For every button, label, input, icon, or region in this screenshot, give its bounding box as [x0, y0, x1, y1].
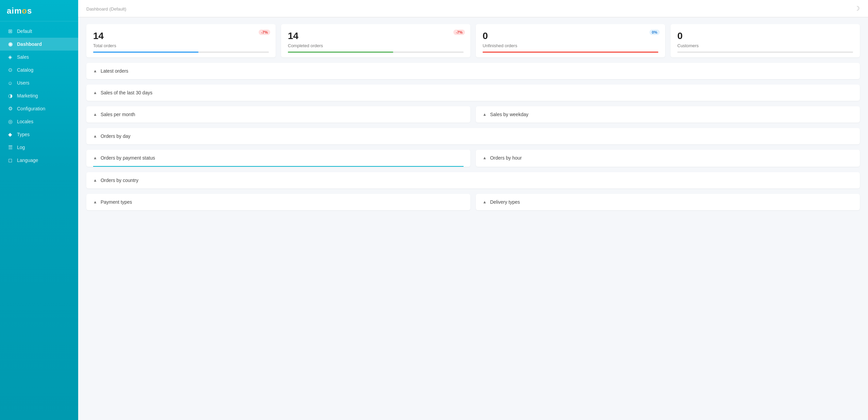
sidebar-item-label: Default: [17, 29, 32, 34]
section-orders-by-country: ▲ Orders by country: [86, 172, 860, 188]
section-sales-30-days: ▲ Sales of the last 30 days: [86, 85, 860, 101]
dashboard-content: -7% 14 Total orders -7% 14 Completed ord…: [78, 17, 868, 420]
stat-badge: -7%: [259, 30, 270, 35]
section-delivery-types: ▲ Delivery types: [476, 194, 860, 210]
section-title: Orders by country: [101, 178, 138, 183]
sidebar-item-label: Configuration: [17, 106, 45, 111]
sidebar-nav: ⊞ Default ◉ Dashboard ◈ Sales ⊙ Catalog …: [0, 21, 78, 168]
language-icon: ◻: [7, 157, 14, 164]
stat-bar: [483, 52, 658, 53]
section-sales-per-month: ▲ Sales per month: [86, 106, 470, 123]
sidebar-item-types[interactable]: ◆ Types: [0, 128, 78, 141]
section-header-orders-by-hour[interactable]: ▲ Orders by hour: [476, 150, 860, 166]
section-payment-types: ▲ Payment types: [86, 194, 470, 210]
chevron-up-icon: ▲: [93, 90, 97, 95]
section-row-orders-by-country: ▲ Orders by country: [86, 172, 860, 188]
section-sales-by-weekday: ▲ Sales by weekday: [476, 106, 860, 123]
section-header-sales-by-weekday[interactable]: ▲ Sales by weekday: [476, 106, 860, 123]
page-subtitle: (Default): [109, 6, 126, 12]
chevron-up-icon: ▲: [483, 200, 487, 204]
section-header-sales-per-month[interactable]: ▲ Sales per month: [86, 106, 470, 123]
section-row-latest-orders: ▲ Latest orders: [86, 63, 860, 79]
sidebar-item-locales[interactable]: ◎ Locales: [0, 115, 78, 128]
sidebar-item-label: Log: [17, 145, 25, 150]
stat-bar: [93, 52, 269, 53]
section-row-sales-30-days: ▲ Sales of the last 30 days: [86, 85, 860, 101]
section-title: Payment types: [101, 199, 132, 205]
section-underline: [93, 166, 464, 167]
chevron-up-icon: ▲: [93, 134, 97, 139]
sidebar-item-users[interactable]: ☺ Users: [0, 76, 78, 89]
section-title: Sales per month: [101, 112, 135, 117]
main-content: Dashboard (Default) ☽ -7% 14 Total order…: [78, 0, 868, 420]
sidebar-item-log[interactable]: ☰ Log: [0, 141, 78, 154]
theme-toggle-button[interactable]: ☽: [854, 5, 860, 12]
stat-value: 14: [288, 30, 464, 42]
sidebar-item-sales[interactable]: ◈ Sales: [0, 51, 78, 63]
stat-bar-fill: [93, 52, 198, 53]
dashboard-icon: ◉: [7, 41, 14, 48]
section-title: Sales by weekday: [490, 112, 528, 117]
marketing-icon: ◑: [7, 92, 14, 99]
stat-label: Customers: [677, 43, 853, 48]
stat-bar-fill: [288, 52, 393, 53]
moon-icon: ☽: [854, 5, 860, 12]
section-title: Orders by hour: [490, 155, 522, 161]
section-title: Latest orders: [101, 68, 128, 74]
stat-bar: [677, 52, 853, 53]
section-orders-by-day: ▲ Orders by day: [86, 128, 860, 144]
sales-icon: ◈: [7, 54, 14, 60]
section-row-payment-hour: ▲ Orders by payment status ▲ Orders by h…: [86, 150, 860, 167]
stat-badge: 0%: [649, 30, 660, 35]
section-latest-orders: ▲ Latest orders: [86, 63, 860, 79]
chevron-up-icon: ▲: [93, 200, 97, 204]
sidebar-item-label: Language: [17, 158, 38, 163]
section-orders-by-payment-status: ▲ Orders by payment status: [86, 150, 470, 167]
sidebar-item-label: Types: [17, 132, 30, 137]
sidebar: aimos ⊞ Default ◉ Dashboard ◈ Sales ⊙ Ca…: [0, 0, 78, 420]
sidebar-item-default[interactable]: ⊞ Default: [0, 25, 78, 38]
stat-card-total-orders: -7% 14 Total orders: [86, 24, 276, 57]
stat-bar: [288, 52, 464, 53]
stat-card-customers: 0 Customers: [671, 24, 860, 57]
stat-label: Unfinished orders: [483, 43, 658, 48]
stat-label: Total orders: [93, 43, 269, 48]
section-header-orders-by-country[interactable]: ▲ Orders by country: [86, 172, 860, 188]
page-title: Dashboard (Default): [86, 6, 126, 12]
sidebar-item-configuration[interactable]: ⚙ Configuration: [0, 102, 78, 115]
sidebar-item-marketing[interactable]: ◑ Marketing: [0, 89, 78, 102]
chevron-up-icon: ▲: [93, 178, 97, 183]
chevron-up-icon: ▲: [93, 112, 97, 117]
topbar: Dashboard (Default) ☽: [78, 0, 868, 17]
stat-card-completed-orders: -7% 14 Completed orders: [281, 24, 470, 57]
sidebar-item-label: Dashboard: [17, 41, 42, 47]
stat-value: 0: [483, 30, 658, 42]
chevron-up-icon: ▲: [93, 69, 97, 73]
page-title-text: Dashboard: [86, 6, 108, 12]
stat-cards-row: -7% 14 Total orders -7% 14 Completed ord…: [86, 24, 860, 57]
section-row-orders-by-day: ▲ Orders by day: [86, 128, 860, 144]
section-header-orders-by-day[interactable]: ▲ Orders by day: [86, 128, 860, 144]
section-header-payment-types[interactable]: ▲ Payment types: [86, 194, 470, 210]
stat-card-unfinished-orders: 0% 0 Unfinished orders: [476, 24, 665, 57]
section-header-orders-by-payment-status[interactable]: ▲ Orders by payment status: [86, 150, 470, 166]
section-row-payment-delivery-types: ▲ Payment types ▲ Delivery types: [86, 194, 860, 210]
chevron-up-icon: ▲: [483, 156, 487, 160]
logo-accent: o: [22, 6, 27, 15]
catalog-icon: ⊙: [7, 67, 14, 73]
sidebar-item-language[interactable]: ◻ Language: [0, 154, 78, 167]
chevron-up-icon: ▲: [93, 156, 97, 160]
section-header-sales-30-days[interactable]: ▲ Sales of the last 30 days: [86, 85, 860, 101]
section-header-latest-orders[interactable]: ▲ Latest orders: [86, 63, 860, 79]
section-row-sales-month-weekday: ▲ Sales per month ▲ Sales by weekday: [86, 106, 860, 123]
sidebar-item-dashboard[interactable]: ◉ Dashboard: [0, 38, 78, 51]
sidebar-item-label: Sales: [17, 54, 29, 60]
section-orders-by-hour: ▲ Orders by hour: [476, 150, 860, 167]
log-icon: ☰: [7, 144, 14, 151]
stat-badge: -7%: [453, 30, 465, 35]
logo: aimos: [0, 0, 78, 21]
section-title: Delivery types: [490, 199, 520, 205]
sidebar-item-catalog[interactable]: ⊙ Catalog: [0, 63, 78, 76]
stat-value: 0: [677, 30, 853, 42]
section-header-delivery-types[interactable]: ▲ Delivery types: [476, 194, 860, 210]
